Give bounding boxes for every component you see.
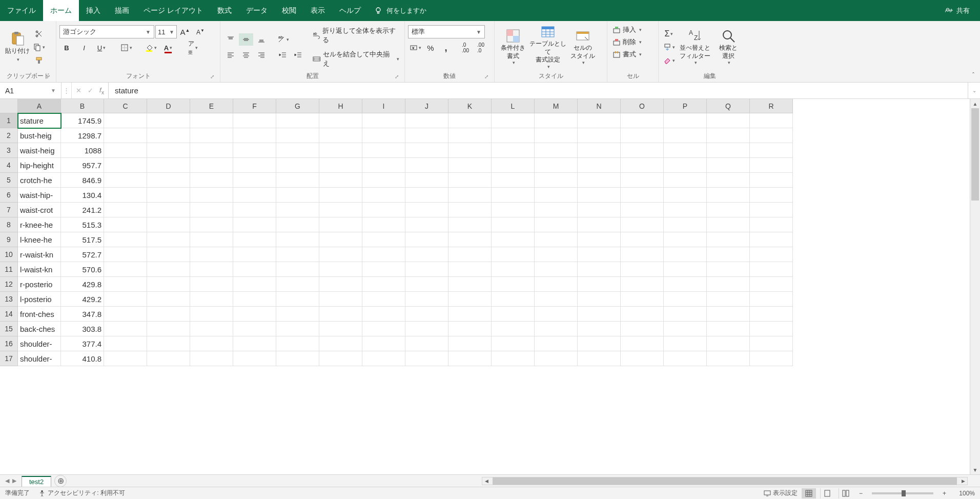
cell-N4[interactable] bbox=[578, 158, 621, 173]
cell-B14[interactable]: 347.8 bbox=[61, 307, 104, 322]
cell-D3[interactable] bbox=[147, 143, 190, 158]
cell-R4[interactable] bbox=[750, 158, 793, 173]
cell-G17[interactable] bbox=[276, 351, 319, 366]
scroll-up-arrow[interactable]: ▲ bbox=[970, 99, 980, 108]
cell-K15[interactable] bbox=[448, 322, 492, 336]
cell-M1[interactable] bbox=[535, 113, 578, 128]
zoom-slider-knob[interactable] bbox=[902, 490, 906, 496]
enter-formula-button[interactable]: ✓ bbox=[88, 87, 93, 94]
cell-O6[interactable] bbox=[621, 188, 664, 203]
cell-P8[interactable] bbox=[664, 217, 707, 232]
column-header-F[interactable]: F bbox=[233, 99, 276, 113]
cell-C12[interactable] bbox=[104, 277, 147, 292]
sheet-nav-next[interactable]: ▶ bbox=[12, 477, 16, 484]
cell-M16[interactable] bbox=[535, 336, 578, 351]
cell-P15[interactable] bbox=[664, 322, 707, 336]
cell-B15[interactable]: 303.8 bbox=[61, 322, 104, 336]
cell-K2[interactable] bbox=[448, 128, 492, 143]
cell-L15[interactable] bbox=[492, 322, 535, 336]
cell-F2[interactable] bbox=[233, 128, 276, 143]
cell-K3[interactable] bbox=[448, 143, 492, 158]
cell-K7[interactable] bbox=[448, 203, 492, 217]
cell-F12[interactable] bbox=[233, 277, 276, 292]
bold-button[interactable]: B bbox=[59, 42, 74, 54]
cell-I10[interactable] bbox=[362, 247, 405, 262]
cell-A14[interactable]: front-ches bbox=[18, 307, 61, 322]
accounting-format-button[interactable]: ¥ bbox=[408, 42, 422, 54]
cell-K1[interactable] bbox=[448, 113, 492, 128]
cell-G14[interactable] bbox=[276, 307, 319, 322]
cell-K14[interactable] bbox=[448, 307, 492, 322]
cell-G7[interactable] bbox=[276, 203, 319, 217]
cell-N9[interactable] bbox=[578, 232, 621, 247]
cell-J7[interactable] bbox=[405, 203, 448, 217]
formula-input[interactable]: stature bbox=[109, 86, 968, 95]
orientation-button[interactable]: ab bbox=[276, 33, 290, 46]
cell-L5[interactable] bbox=[492, 173, 535, 188]
cell-A8[interactable]: r-knee-he bbox=[18, 217, 61, 232]
column-header-I[interactable]: I bbox=[362, 99, 405, 113]
tab-help[interactable]: ヘルプ bbox=[332, 0, 368, 21]
cell-J10[interactable] bbox=[405, 247, 448, 262]
cell-I12[interactable] bbox=[362, 277, 405, 292]
cell-A13[interactable]: l-posterio bbox=[18, 292, 61, 307]
cell-C13[interactable] bbox=[104, 292, 147, 307]
cell-E17[interactable] bbox=[190, 351, 233, 366]
cell-H3[interactable] bbox=[319, 143, 362, 158]
cell-F3[interactable] bbox=[233, 143, 276, 158]
cell-H13[interactable] bbox=[319, 292, 362, 307]
cell-I2[interactable] bbox=[362, 128, 405, 143]
cell-K10[interactable] bbox=[448, 247, 492, 262]
underline-button[interactable]: U bbox=[94, 42, 109, 54]
cell-J3[interactable] bbox=[405, 143, 448, 158]
cell-C10[interactable] bbox=[104, 247, 147, 262]
cell-P11[interactable] bbox=[664, 262, 707, 277]
cell-D2[interactable] bbox=[147, 128, 190, 143]
font-color-button[interactable]: A bbox=[161, 42, 175, 54]
column-header-G[interactable]: G bbox=[276, 99, 319, 113]
cell-R16[interactable] bbox=[750, 336, 793, 351]
column-header-A[interactable]: A bbox=[18, 99, 61, 113]
cell-F17[interactable] bbox=[233, 351, 276, 366]
cell-P9[interactable] bbox=[664, 232, 707, 247]
cell-O17[interactable] bbox=[621, 351, 664, 366]
cell-E6[interactable] bbox=[190, 188, 233, 203]
cell-O11[interactable] bbox=[621, 262, 664, 277]
column-header-L[interactable]: L bbox=[492, 99, 535, 113]
cell-L3[interactable] bbox=[492, 143, 535, 158]
cell-M2[interactable] bbox=[535, 128, 578, 143]
cell-O10[interactable] bbox=[621, 247, 664, 262]
cell-M10[interactable] bbox=[535, 247, 578, 262]
cell-K12[interactable] bbox=[448, 277, 492, 292]
cell-L13[interactable] bbox=[492, 292, 535, 307]
cell-N2[interactable] bbox=[578, 128, 621, 143]
horizontal-scroll-thumb[interactable] bbox=[493, 477, 957, 485]
cell-N13[interactable] bbox=[578, 292, 621, 307]
increase-font-button[interactable]: A▲ bbox=[178, 26, 192, 38]
cell-C4[interactable] bbox=[104, 158, 147, 173]
cell-R10[interactable] bbox=[750, 247, 793, 262]
cell-J13[interactable] bbox=[405, 292, 448, 307]
cell-G4[interactable] bbox=[276, 158, 319, 173]
cell-Q12[interactable] bbox=[707, 277, 750, 292]
cell-L6[interactable] bbox=[492, 188, 535, 203]
cell-O3[interactable] bbox=[621, 143, 664, 158]
cell-M15[interactable] bbox=[535, 322, 578, 336]
cell-G9[interactable] bbox=[276, 232, 319, 247]
zoom-level[interactable]: 100% bbox=[952, 490, 975, 497]
format-cells-button[interactable]: 書式 bbox=[610, 49, 655, 60]
cell-C2[interactable] bbox=[104, 128, 147, 143]
cell-N15[interactable] bbox=[578, 322, 621, 336]
decrease-indent-button[interactable] bbox=[276, 49, 290, 61]
cell-A6[interactable]: waist-hip- bbox=[18, 188, 61, 203]
cell-I4[interactable] bbox=[362, 158, 405, 173]
number-dialog-launcher[interactable]: ⤢ bbox=[483, 73, 490, 80]
cell-H15[interactable] bbox=[319, 322, 362, 336]
cell-J15[interactable] bbox=[405, 322, 448, 336]
zoom-out-button[interactable]: − bbox=[857, 490, 865, 497]
cell-D8[interactable] bbox=[147, 217, 190, 232]
select-all-corner[interactable] bbox=[0, 99, 18, 113]
cell-F1[interactable] bbox=[233, 113, 276, 128]
cell-F5[interactable] bbox=[233, 173, 276, 188]
cell-M4[interactable] bbox=[535, 158, 578, 173]
